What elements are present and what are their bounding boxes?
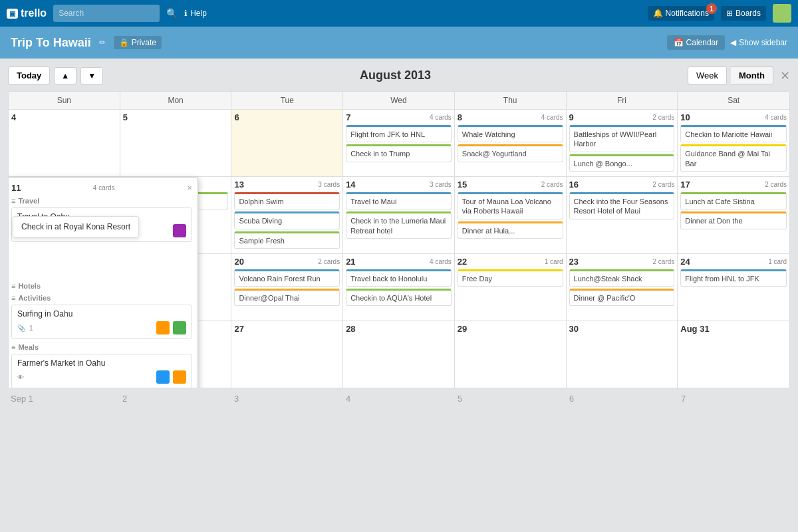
section-activities-label: ≡ Activities [11, 294, 192, 302]
panel-card-farmers-market[interactable]: Farmer's Market in Oahu 👁 [11, 354, 192, 388]
boards-button[interactable]: ⊞ Boards [721, 6, 766, 21]
search-input[interactable] [53, 5, 160, 22]
calendar-toolbar: Today ▲ ▼ August 2013 Week Month ✕ [8, 66, 790, 84]
card-dinner-don[interactable]: Dinner at Don the [680, 211, 787, 229]
calendar-grid: Sun Mon Tue Wed Thu Fri Sat 4 5 6 [8, 91, 790, 388]
day-header-sun: Sun [9, 92, 120, 109]
trello-logo-icon: ▣ [7, 9, 18, 19]
card-aqua-hotel[interactable]: Checkin to AQUA's Hotel [346, 289, 452, 306]
day-header-mon: Mon [120, 92, 232, 109]
cal-cell-28: 28 [343, 321, 455, 388]
card-volcano-run[interactable]: Volcano Rain Forest Run [234, 269, 340, 287]
card-lumeria[interactable]: Check in to the Lumeria Maui Retreat hot… [346, 211, 452, 239]
bottom-sep1: Sep 1 [8, 391, 120, 406]
cal-cell-22: 22 1 card Free Day [455, 254, 567, 321]
trello-logo[interactable]: ▣ trello [7, 7, 47, 19]
cal-cell-23: 23 2 cards Lunch@Steak Shack Dinner @ Pa… [567, 254, 678, 321]
cal-cell-17: 17 2 cards Lunch at Cafe Sistina Dinner … [678, 177, 789, 253]
cal-cell-8: 8 4 cards Whale Watching Snack@ Yogurtla… [455, 110, 567, 176]
card-battleships[interactable]: Battleships of WWII/Pearl Harbor [569, 125, 675, 152]
card-dinner-pacifico[interactable]: Dinner @ Pacific'O [569, 289, 675, 306]
cal-cell-27: 27 [231, 321, 343, 388]
bell-icon: 🔔 [653, 9, 663, 18]
day-header-wed: Wed [343, 92, 455, 109]
day-header-fri: Fri [567, 92, 678, 109]
help-button[interactable]: ℹ Help [184, 9, 207, 18]
privacy-badge[interactable]: 🔒 Private [114, 36, 162, 49]
card-dolphin-swim[interactable]: Dolphin Swim [234, 192, 340, 209]
calendar-button[interactable]: 📅 Calendar [667, 35, 726, 50]
card-four-seasons[interactable]: Check into the Four Seasons Resort Hotel… [569, 192, 675, 219]
cal-cell-7: 7 4 cards Flight from JFK to HNL Check i… [343, 110, 455, 176]
cal-cell-30: 30 [567, 321, 678, 388]
card-checkin-mariotte[interactable]: Checkin to Mariotte Hawaii [680, 125, 787, 142]
card-travel-honolulu[interactable]: Travel back to Honolulu [346, 269, 452, 287]
cal-cell-4: 4 [9, 110, 120, 176]
list-icon-2: ≡ [11, 282, 15, 290]
cal-cell-29: 29 [455, 321, 567, 388]
edit-title-icon[interactable]: ✏ [99, 38, 106, 47]
card-sample-fresh[interactable]: Sample Fresh [234, 231, 340, 249]
bottom-sep7: 7 [678, 391, 790, 406]
board-header: Trip To Hawaii ✏ 🔒 Private 📅 Calendar ◀ … [0, 27, 798, 59]
top-navigation: ▣ trello 🔍 ℹ Help 🔔 Notifications 1 ⊞ Bo… [0, 0, 798, 27]
show-sidebar-button[interactable]: ◀ Show sidebar [730, 38, 787, 47]
card-check-trump[interactable]: Check in to Trump [346, 144, 452, 162]
section-hotels-label: ≡ Hotels [11, 282, 192, 290]
card-free-day[interactable]: Free Day [458, 269, 563, 287]
prev-button[interactable]: ▲ [54, 67, 76, 84]
boards-icon: ⊞ [726, 9, 733, 18]
close-panel-icon[interactable]: ✕ [187, 184, 192, 192]
bottom-sep5: 5 [455, 391, 567, 406]
section-travel-label: ≡ Travel [11, 197, 192, 205]
chevron-left-icon: ◀ [730, 38, 736, 47]
panel-card-surfing-oahu[interactable]: Surfing in Oahu 📎 1 [11, 305, 192, 339]
today-button[interactable]: Today [8, 66, 50, 84]
day-header-thu: Thu [455, 92, 567, 109]
cal-cell-10: 10 4 cards Checkin to Mariotte Hawaii Gu… [678, 110, 789, 176]
card-steak-shack[interactable]: Lunch@Steak Shack [569, 269, 675, 287]
card-flight-jfk[interactable]: Flight from JFK to HNL [346, 125, 452, 142]
day-header-tue: Tue [231, 92, 343, 109]
month-view-button[interactable]: Month [731, 66, 773, 84]
avatar[interactable] [773, 4, 791, 23]
cal-cell-13: 13 3 cards Dolphin Swim Scuba Diving Sam… [231, 177, 343, 253]
card-guidance-band[interactable]: Guidance Band @ Mai Tai Bar [680, 144, 787, 172]
notifications-button[interactable]: 🔔 Notifications 1 [648, 6, 714, 21]
card-scuba-diving[interactable]: Scuba Diving [234, 211, 340, 229]
trello-wordmark: trello [21, 7, 47, 19]
calendar-week-2: 11 4 cards ✕ ≡ Travel Travel to Oahu 👍 1… [9, 177, 789, 254]
calendar-icon: 📅 [674, 38, 684, 47]
card-dinner-hula[interactable]: Dinner at Hula... [458, 221, 563, 239]
cal-cell-31: Aug 31 [678, 321, 789, 388]
calendar-weeks: 4 5 6 7 4 cards Flight from JFK to HNL C… [9, 110, 789, 388]
card-snack-yogurtland[interactable]: Snack@ Yogurtland [458, 144, 563, 162]
cal-cell-14: 14 3 cards Travel to Maui Check in to th… [343, 177, 455, 253]
info-icon: ℹ [184, 9, 188, 18]
search-icon[interactable]: 🔍 [166, 8, 178, 19]
cal-cell-16: 16 2 cards Check into the Four Seasons R… [567, 177, 678, 253]
bottom-sep2: 2 [120, 391, 231, 406]
eye-icon: 👁 [17, 374, 24, 381]
section-meals-label: ≡ Meals [11, 343, 192, 351]
card-lunch-cafe-sistina[interactable]: Lunch at Cafe Sistina [680, 192, 787, 209]
card-mauna-loa[interactable]: Tour of Mauna Loa Volcano via Roberts Ha… [458, 192, 563, 219]
calendar-container: Today ▲ ▼ August 2013 Week Month ✕ Sun M… [0, 59, 798, 532]
list-icon-3: ≡ [11, 294, 15, 302]
card-dinner-opal[interactable]: Dinner@Opal Thai [234, 289, 340, 306]
card-lunch-bongo[interactable]: Lunch @ Bongo... [569, 154, 675, 172]
next-button[interactable]: ▼ [80, 67, 103, 84]
cal-cell-20: 20 2 cards Volcano Rain Forest Run Dinne… [231, 254, 343, 321]
bottom-sep4: 4 [343, 391, 455, 406]
close-calendar-icon[interactable]: ✕ [780, 68, 790, 83]
cal-cell-11: 11 4 cards ✕ ≡ Travel Travel to Oahu 👍 1… [9, 177, 120, 253]
card-whale-watching[interactable]: Whale Watching [458, 125, 563, 142]
card-travel-maui[interactable]: Travel to Maui [346, 192, 452, 209]
week-view-button[interactable]: Week [688, 66, 727, 84]
cal-cell-21: 21 4 cards Travel back to Honolulu Check… [343, 254, 455, 321]
list-icon-4: ≡ [11, 343, 15, 351]
card-flight-hnl-jfk[interactable]: Flight from HNL to JFK [680, 269, 787, 287]
cal-cell-9: 9 2 cards Battleships of WWII/Pearl Harb… [567, 110, 678, 176]
cal-cell-15: 15 2 cards Tour of Mauna Loa Volcano via… [455, 177, 567, 253]
board-title[interactable]: Trip To Hawaii [11, 36, 91, 50]
